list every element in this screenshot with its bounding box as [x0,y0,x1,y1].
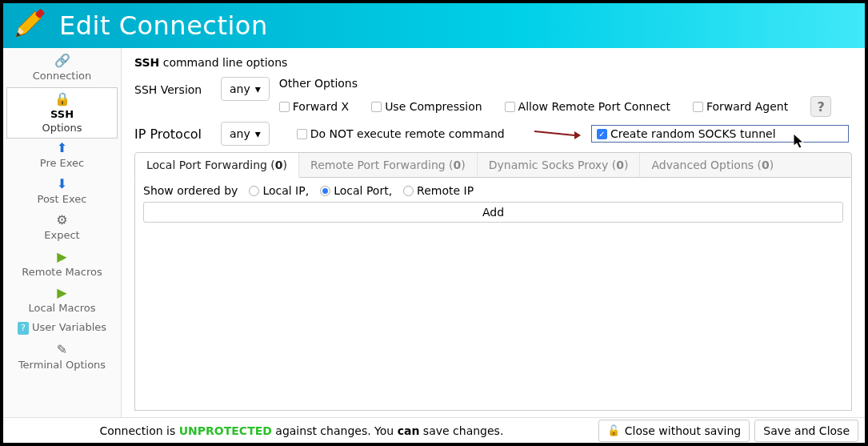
svg-line-4 [534,131,574,135]
window-title: Edit Connection [59,10,268,41]
sidebar-item-post-exec[interactable]: ⬇ Post Exec [3,175,121,211]
sidebar-item-pre-exec[interactable]: ⬆ Pre Exec [3,139,121,175]
tab-local-port-forwarding[interactable]: Local Port Forwarding (0) [135,153,299,178]
sidebar-item-label: Connection [33,70,92,82]
sidebar-item-label: User Variables [32,321,106,333]
sidebar-item-label: Expect [44,229,79,241]
port-forwarding-tabs: Local Port Forwarding (0) Remote Port Fo… [134,152,852,178]
question-icon: ? [18,322,29,335]
use-compression-checkbox[interactable]: Use Compression [371,100,482,113]
no-exec-checkbox[interactable]: Do NOT execute remote command [297,127,505,140]
cursor-icon [794,134,806,150]
link-icon: 🔗 [6,53,118,69]
sidebar-item-label: Local Macros [29,302,96,314]
other-options-label: Other Options [279,77,852,90]
sidebar-item-label: SSH [9,108,115,121]
status-text: Connection is UNPROTECTED against change… [10,424,594,437]
svg-marker-6 [794,134,803,148]
sidebar-item-connection[interactable]: 🔗 Connection [3,51,121,87]
play-icon: ▶ [6,249,118,265]
sidebar-item-label: Post Exec [38,193,87,205]
sidebar-item-ssh-options[interactable]: 🔒 SSH Options [6,87,118,139]
footer: Connection is UNPROTECTED against change… [3,417,865,443]
sidebar-item-label: Remote Macros [22,266,102,278]
socks-tunnel-checkbox[interactable]: ✓Create random SOCKS tunnel [597,127,776,140]
forward-x-checkbox[interactable]: Forward X [279,100,349,113]
lock-icon: 🔒 [9,91,115,107]
sidebar-item-label: Terminal Options [18,359,106,371]
socks-tunnel-highlight: ✓Create random SOCKS tunnel [591,125,849,143]
sidebar-item-user-variables[interactable]: ? User Variables [3,319,121,340]
sidebar-item-local-macros[interactable]: ▶ Local Macros [3,283,121,319]
svg-marker-5 [574,131,581,139]
orderby-local-ip[interactable]: Local IP, [249,184,309,197]
sidebar-item-remote-macros[interactable]: ▶ Remote Macros [3,247,121,283]
gears-icon: ⚙ [6,212,118,228]
up-icon: ⬆ [6,140,118,156]
forward-agent-checkbox[interactable]: Forward Agent [693,100,788,113]
sidebar-item-label: Pre Exec [40,157,84,169]
ssh-version-dropdown[interactable]: any ▾ [221,77,270,101]
titlebar: Edit Connection [3,3,865,48]
chevron-down-icon: ▾ [255,127,261,140]
ip-protocol-dropdown[interactable]: any ▾ [221,122,270,146]
unlock-icon: 🔓 [607,424,620,436]
main-panel: SSH command line options SSH Version any… [122,48,865,417]
down-icon: ⬇ [6,176,118,192]
allow-remote-checkbox[interactable]: Allow Remote Port Connect [505,100,670,113]
ssh-version-label: SSH Version [134,77,211,96]
pencil-icon [13,8,45,43]
orderby-local-port[interactable]: Local Port, [320,184,392,197]
annotation-arrow-icon [533,128,581,143]
close-without-saving-button[interactable]: 🔓 Close without saving [598,420,750,442]
tab-remote-port-forwarding[interactable]: Remote Port Forwarding (0) [299,153,478,177]
edit-connection-window: Edit Connection 🔗 Connection 🔒 SSH Optio… [2,2,866,444]
tab-body: Show ordered by Local IP, Local Port, Re… [134,178,852,411]
question-icon: ? [818,99,825,115]
orderby-remote-ip[interactable]: Remote IP [403,184,474,197]
tab-dynamic-socks[interactable]: Dynamic Socks Proxy (0) [478,153,641,177]
tab-advanced-options[interactable]: Advanced Options (0) [640,153,785,177]
ip-protocol-label: IP Protocol [134,127,211,142]
terminal-icon: ✎ [6,342,118,358]
sidebar-item-sublabel: Options [42,122,82,134]
save-and-close-button[interactable]: Save and Close [754,420,858,442]
sidebar: 🔗 Connection 🔒 SSH Options ⬆ Pre Exec ⬇ … [3,48,122,417]
play-icon: ▶ [6,285,118,301]
help-button[interactable]: ? [810,96,831,117]
orderby-label: Show ordered by [143,184,238,197]
sidebar-item-expect[interactable]: ⚙ Expect [3,211,121,247]
chevron-down-icon: ▾ [255,82,261,95]
sidebar-item-terminal-options[interactable]: ✎ Terminal Options [3,340,121,376]
add-button[interactable]: Add [143,202,843,223]
section-title: SSH command line options [134,56,852,69]
